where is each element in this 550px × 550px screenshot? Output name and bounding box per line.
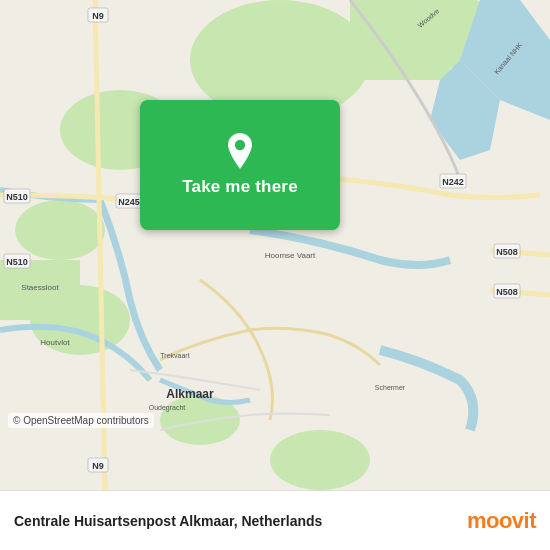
moovit-logo: moovit xyxy=(467,508,536,534)
svg-text:Alkmaar: Alkmaar xyxy=(166,387,214,401)
svg-text:N508: N508 xyxy=(496,287,518,297)
location-title: Centrale Huisartsenpost Alkmaar, Netherl… xyxy=(14,513,322,529)
svg-point-5 xyxy=(15,200,105,260)
osm-credit: © OpenStreetMap contributors xyxy=(8,413,154,428)
svg-text:Trekvaart: Trekvaart xyxy=(160,352,189,359)
moovit-logo-area: moovit xyxy=(467,508,536,534)
svg-text:N510: N510 xyxy=(6,192,28,202)
svg-point-9 xyxy=(270,430,370,490)
svg-text:N242: N242 xyxy=(442,177,464,187)
svg-text:N245: N245 xyxy=(118,197,140,207)
svg-text:Hoomse Vaart: Hoomse Vaart xyxy=(265,251,316,260)
svg-text:N510: N510 xyxy=(6,257,28,267)
svg-text:Staessloot: Staessloot xyxy=(21,283,59,292)
svg-text:Houtvlot: Houtvlot xyxy=(40,338,70,347)
svg-text:N9: N9 xyxy=(92,461,104,471)
svg-text:N508: N508 xyxy=(496,247,518,257)
svg-point-37 xyxy=(235,140,245,150)
location-pin-icon xyxy=(222,133,258,169)
app-container: N9 N9 N510 N245 N245 N242 N508 N508 N510 xyxy=(0,0,550,550)
take-me-there-button[interactable]: Take me there xyxy=(140,100,340,230)
svg-text:Schermer: Schermer xyxy=(375,384,406,391)
svg-text:N9: N9 xyxy=(92,11,104,21)
footer-bar: Centrale Huisartsenpost Alkmaar, Netherl… xyxy=(0,490,550,550)
svg-text:Oudegracht: Oudegracht xyxy=(149,404,186,412)
map-area: N9 N9 N510 N245 N245 N242 N508 N508 N510 xyxy=(0,0,550,490)
footer-info: Centrale Huisartsenpost Alkmaar, Netherl… xyxy=(14,513,322,529)
take-me-there-label: Take me there xyxy=(182,177,298,197)
